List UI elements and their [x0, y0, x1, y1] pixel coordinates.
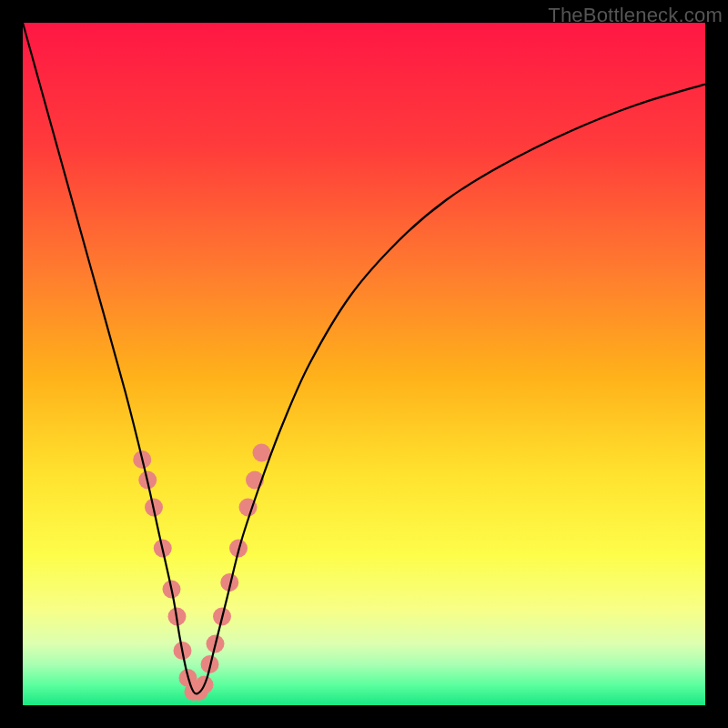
heat-gradient-background: [23, 23, 705, 705]
plot-area: [23, 23, 705, 705]
watermark-text: TheBottleneck.com: [548, 4, 723, 27]
chart-frame: TheBottleneck.com: [0, 0, 728, 728]
